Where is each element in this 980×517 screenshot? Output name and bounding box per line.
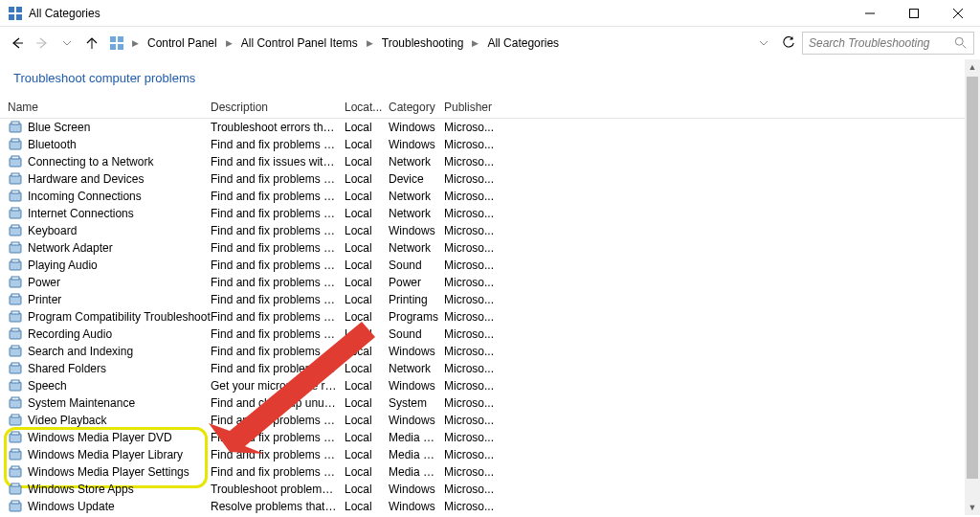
column-header-category[interactable]: Category [389, 101, 444, 114]
item-name: Windows Media Player Settings [28, 465, 189, 479]
list-item[interactable]: Connecting to a NetworkFind and fix issu… [0, 153, 980, 170]
item-location: Local [345, 431, 389, 444]
breadcrumb-item[interactable]: All Control Panel Items [238, 34, 361, 52]
list-item[interactable]: PowerFind and fix problems with...LocalP… [0, 274, 980, 291]
item-name: Windows Media Player DVD [28, 431, 172, 444]
up-button[interactable] [80, 32, 103, 55]
list-item[interactable]: Internet ConnectionsFind and fix problem… [0, 205, 980, 222]
troubleshooter-icon [8, 447, 23, 462]
item-category: Programs [389, 310, 444, 324]
item-description: Find and fix problems with... [211, 448, 345, 461]
svg-rect-40 [11, 311, 19, 314]
column-header-location[interactable]: Locat... [345, 101, 389, 114]
item-location: Local [345, 327, 389, 341]
address-dropdown-button[interactable] [752, 32, 775, 55]
item-location: Local [345, 345, 389, 358]
item-publisher: Microso... [444, 431, 501, 444]
list-item[interactable]: BluetoothFind and fix problems with...Lo… [0, 136, 980, 153]
item-description: Find and fix problems with... [211, 345, 345, 358]
troubleshooter-icon [8, 378, 23, 393]
item-location: Local [345, 190, 389, 203]
item-name: Video Playback [28, 414, 107, 427]
list-item[interactable]: Hardware and DevicesFind and fix problem… [0, 170, 980, 188]
item-publisher: Microso... [444, 155, 501, 169]
troubleshooter-icon [8, 137, 23, 152]
item-category: Sound [389, 258, 444, 272]
list-item[interactable]: Program Compatibility TroubleshooterFind… [0, 308, 980, 326]
list-item[interactable]: Windows Store AppsTroubleshoot problems … [0, 481, 980, 498]
recent-locations-button[interactable] [56, 32, 78, 55]
maximize-button[interactable] [892, 0, 936, 27]
back-button[interactable] [6, 32, 29, 55]
svg-rect-18 [11, 122, 19, 124]
troubleshooter-icon [8, 344, 23, 359]
list-item[interactable]: SpeechGet your microphone read...LocalWi… [0, 377, 980, 394]
item-name: Power [28, 276, 60, 289]
list-item[interactable]: Blue ScreenTroubleshoot errors that c...… [0, 119, 980, 136]
search-box[interactable] [802, 32, 974, 55]
item-publisher: Microso... [444, 379, 501, 393]
troubleshooter-icon [8, 464, 23, 480]
scrollbar-up-button[interactable]: ▲ [965, 59, 980, 75]
item-location: Local [345, 258, 389, 272]
breadcrumb-item[interactable]: Troubleshooting [379, 34, 467, 52]
svg-rect-48 [11, 380, 19, 383]
item-description: Find and fix problems with... [211, 431, 345, 444]
item-publisher: Microso... [444, 465, 501, 479]
list-item[interactable]: Windows Media Player SettingsFind and fi… [0, 463, 980, 481]
list-item[interactable]: Windows UpdateResolve problems that pre.… [0, 498, 980, 515]
item-publisher: Microso... [444, 241, 501, 255]
svg-rect-44 [11, 346, 19, 348]
item-description: Find and fix problems with... [211, 293, 345, 306]
item-category: System [389, 396, 444, 410]
search-icon[interactable] [954, 36, 968, 50]
list-item[interactable]: Video PlaybackFind and fix problems play… [0, 412, 980, 429]
svg-rect-1 [16, 7, 22, 12]
column-header-description[interactable]: Description [211, 101, 345, 114]
item-name: Search and Indexing [28, 345, 133, 358]
svg-rect-32 [11, 242, 19, 245]
close-button[interactable] [936, 0, 980, 27]
item-name: Playing Audio [28, 258, 98, 272]
item-description: Find and fix problems with... [211, 310, 345, 324]
item-location: Local [345, 465, 389, 479]
item-location: Local [345, 414, 389, 427]
list-header[interactable]: Name Description Locat... Category Publi… [0, 97, 980, 119]
item-location: Local [345, 207, 389, 220]
svg-rect-52 [11, 415, 19, 417]
list-item[interactable]: Incoming ConnectionsFind and fix problem… [0, 188, 980, 205]
troubleshooter-icon [8, 309, 23, 325]
breadcrumb-item[interactable]: Control Panel [145, 34, 220, 52]
svg-rect-38 [11, 294, 19, 297]
item-category: Device [389, 172, 444, 186]
svg-point-15 [955, 37, 963, 45]
troubleshooter-icon [8, 240, 23, 256]
troubleshooter-icon [8, 189, 23, 204]
column-header-name[interactable]: Name [8, 101, 211, 114]
breadcrumb-item[interactable]: All Categories [484, 34, 562, 52]
item-publisher: Microso... [444, 190, 501, 203]
list-item[interactable]: Network AdapterFind and fix problems wit… [0, 239, 980, 257]
item-location: Local [345, 483, 389, 496]
refresh-button[interactable] [777, 32, 800, 55]
item-publisher: Microso... [444, 276, 501, 289]
list-item[interactable]: KeyboardFind and fix problems with...Loc… [0, 222, 980, 239]
list-item[interactable]: System MaintenanceFind and clean up unus… [0, 394, 980, 412]
list-item[interactable]: Playing AudioFind and fix problems with.… [0, 257, 980, 274]
list-item[interactable]: Recording AudioFind and fix problems wit… [0, 326, 980, 343]
list-item[interactable]: Windows Media Player LibraryFind and fix… [0, 446, 980, 463]
item-publisher: Microso... [444, 121, 501, 134]
list-body[interactable]: Blue ScreenTroubleshoot errors that c...… [0, 119, 980, 517]
svg-rect-20 [11, 139, 19, 142]
forward-button[interactable] [31, 32, 54, 55]
list-item[interactable]: Windows Media Player DVDFind and fix pro… [0, 429, 980, 446]
svg-rect-36 [11, 277, 19, 280]
search-input[interactable] [809, 36, 954, 50]
list-item[interactable]: Search and IndexingFind and fix problems… [0, 343, 980, 360]
list-item[interactable]: Shared FoldersFind and fix problems with… [0, 360, 980, 377]
column-header-publisher[interactable]: Publisher [444, 101, 501, 114]
list-item[interactable]: PrinterFind and fix problems with...Loca… [0, 291, 980, 308]
svg-rect-11 [110, 36, 116, 42]
minimize-button[interactable] [848, 0, 892, 27]
item-location: Local [345, 448, 389, 461]
